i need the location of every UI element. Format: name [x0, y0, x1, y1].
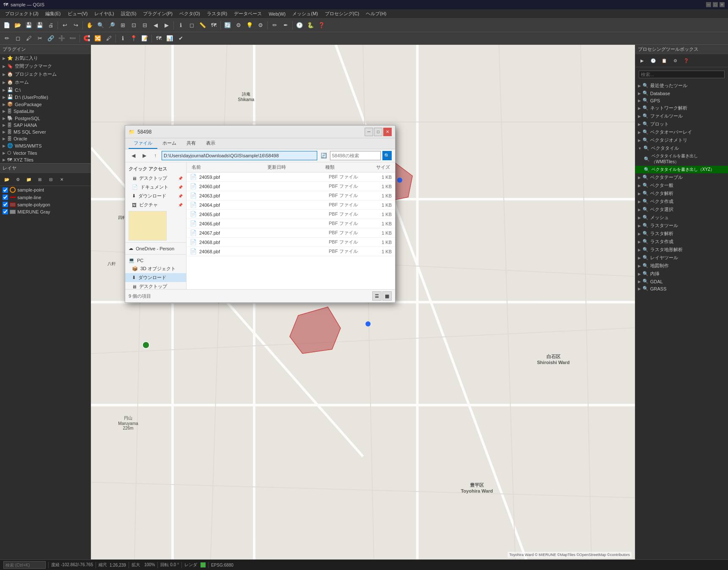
processing-tool-raster-analysis[interactable]: ▶ 🔍 ラスタ解析 — [635, 230, 728, 238]
fd-col-name[interactable]: 名前 — [190, 163, 266, 171]
fd-file-row-1[interactable]: 📄 24060.pbf PBF ファイル 1 KB — [187, 182, 395, 191]
menu-web[interactable]: Web(W) — [265, 11, 289, 17]
fd-sidebar-documents[interactable]: 📄 ドキュメント 📌 — [125, 183, 186, 192]
fd-col-date[interactable]: 更新日時 — [266, 163, 323, 171]
time-button[interactable]: 🕐 — [294, 20, 305, 30]
processing-tool-vector-create[interactable]: ▶ 🔍 ベクタ作成 — [635, 197, 728, 206]
processing-tool-grass[interactable]: ▶ 🔍 GRASS — [635, 285, 728, 292]
fd-list-view-button[interactable]: ☰ — [372, 291, 382, 301]
browser-item-c-drive[interactable]: ▶ 💾 C:\ — [0, 86, 91, 93]
close-button[interactable]: ✕ — [720, 2, 725, 7]
fd-file-row-7[interactable]: 📄 24068.pbf PBF ファイル 1 KB — [187, 238, 395, 247]
layer-expand-btn[interactable]: ⊞ — [35, 174, 45, 184]
open-project-button[interactable]: 📂 — [13, 20, 23, 30]
identify-button[interactable]: ℹ — [176, 20, 186, 30]
digitize-button[interactable]: ✏ — [269, 20, 280, 30]
processing-tool-vector-table[interactable]: ▶ 🔍 ベクタテーブル — [635, 173, 728, 181]
fd-tab-home[interactable]: ホーム — [157, 138, 181, 149]
layer-item-polygon[interactable]: sample-polygon — [0, 201, 91, 208]
processing-tool-database[interactable]: ▶ 🔍 Database — [635, 90, 728, 97]
browser-item-bookmarks[interactable]: ▶ 🔖 空間ブックマーク — [0, 62, 91, 70]
atlas-button[interactable]: 🗺 — [209, 20, 219, 30]
menu-view[interactable]: ビュー(V) — [64, 10, 91, 18]
processing-tool-interpolation[interactable]: ▶ 🔍 内挿 — [635, 270, 728, 278]
fd-path-input[interactable] — [162, 151, 317, 160]
edit-toolbar-btn7[interactable]: ➖ — [68, 33, 78, 44]
browser-item-postgresql[interactable]: ▶ 🐘 PostgreSQL — [0, 115, 91, 122]
titlebar-controls[interactable]: ─ □ ✕ — [706, 2, 725, 7]
check-btn[interactable]: ✔ — [176, 33, 186, 44]
fd-file-row-4[interactable]: 📄 24065.pbf PBF ファイル 1 KB — [187, 210, 395, 219]
fd-sidebar-downloads-pc[interactable]: ⬇ ダウンロード — [125, 273, 186, 282]
fd-file-row-5[interactable]: 📄 24066.pbf PBF ファイル 1 KB — [187, 219, 395, 228]
layer-group-btn[interactable]: 📁 — [24, 174, 34, 184]
fd-refresh-button[interactable]: 🔄 — [319, 151, 328, 160]
refresh-button[interactable]: 🔄 — [223, 20, 233, 30]
processing-tool-filetools[interactable]: ▶ 🔍 ファイルツール — [635, 112, 728, 120]
fd-tab-share[interactable]: 共有 — [181, 138, 201, 149]
menu-database[interactable]: データベース — [231, 10, 265, 18]
new-project-button[interactable]: 📄 — [2, 20, 12, 30]
fd-close-button[interactable]: ✕ — [383, 128, 392, 136]
processing-tool-raster-terrain[interactable]: ▶ 🔍 ラスタ地形解析 — [635, 246, 728, 254]
browser-item-geopackage[interactable]: ▶ 📦 GeoPackage — [0, 101, 91, 108]
menu-project[interactable]: プロジェクト(J) — [2, 10, 42, 18]
maximize-button[interactable]: □ — [713, 2, 718, 7]
fd-sidebar-onedrive[interactable]: ☁ OneDrive - Person — [125, 244, 186, 252]
processing-tool-network[interactable]: ▶ 🔍 ネットワーク解析 — [635, 104, 728, 112]
menu-processing[interactable]: プロセシング(C) — [321, 10, 363, 18]
fd-back-button[interactable]: ◀ — [129, 151, 138, 160]
pan-map-button[interactable]: ✋ — [85, 20, 95, 30]
help-button[interactable]: ❓ — [316, 20, 327, 30]
processing-help-btn[interactable]: ❓ — [681, 55, 691, 66]
menu-edit[interactable]: 編集(E) — [42, 10, 64, 18]
tip-button[interactable]: 💡 — [244, 20, 255, 30]
zoom-next-button[interactable]: ▶ — [162, 20, 172, 30]
processing-search-input[interactable] — [639, 71, 725, 78]
fd-search-input[interactable] — [330, 151, 381, 160]
fd-col-type[interactable]: 種類 — [324, 163, 363, 171]
advanced-digitize-button[interactable]: ✒ — [280, 20, 291, 30]
browser-item-spatialite[interactable]: ▶ 🗄 SpatiaLite — [0, 108, 91, 115]
menu-layer[interactable]: レイヤ(L) — [91, 10, 117, 18]
processing-history-btn[interactable]: 🕐 — [648, 55, 658, 66]
fd-forward-button[interactable]: ▶ — [140, 151, 149, 160]
layer-visible-checkbox-point[interactable] — [3, 187, 8, 193]
browser-item-vector-tiles[interactable]: ▶ ⬡ Vector Tiles — [0, 149, 91, 156]
undo-button[interactable]: ↩ — [60, 20, 70, 30]
edit-toolbar-btn1[interactable]: ✏ — [2, 33, 12, 44]
zoom-selection-button[interactable]: ⊟ — [140, 20, 150, 30]
browser-item-project-home[interactable]: ▶ 🏠 プロジェクトホーム — [0, 70, 91, 78]
zoom-layer-button[interactable]: ⊡ — [129, 20, 139, 30]
fd-file-row-0[interactable]: 📄 24059.pbf PBF ファイル 1 KB — [187, 173, 395, 182]
3d-btn[interactable]: 🗺 — [154, 33, 164, 44]
select-button[interactable]: ◻ — [187, 20, 197, 30]
processing-model-btn[interactable]: 📋 — [659, 55, 669, 66]
fd-sidebar-downloads[interactable]: ⬇ ダウンロード 📌 — [125, 192, 186, 200]
browser-item-wms[interactable]: ▶ 🌐 WMS/WMTS — [0, 142, 91, 149]
filter-button[interactable]: ⚙ — [234, 20, 244, 30]
annotate-btn[interactable]: 📝 — [140, 33, 150, 44]
minimize-button[interactable]: ─ — [706, 2, 711, 7]
map-area[interactable]: 北区 Kita Ward 白石区 Shiroishi Ward 豊平区 Toyo… — [91, 45, 635, 559]
fd-file-row-6[interactable]: 📄 24067.pbf PBF ファイル 1 KB — [187, 228, 395, 238]
zoom-full-button[interactable]: ⊞ — [118, 20, 128, 30]
processing-tool-gdal[interactable]: ▶ 🔍 GDAL — [635, 278, 728, 285]
layer-open-btn[interactable]: 📂 — [2, 174, 12, 184]
processing-tool-vector-select[interactable]: ▶ 🔍 ベクタ選択 — [635, 206, 728, 214]
python-button[interactable]: 🐍 — [305, 20, 316, 30]
processing-tool-cartography[interactable]: ▶ 🔍 地図制作 — [635, 262, 728, 270]
edit-toolbar-btn5[interactable]: 🔗 — [46, 33, 56, 44]
layer-visible-checkbox-polygon[interactable] — [3, 202, 8, 207]
menu-vector[interactable]: ベクタ(O) — [176, 10, 203, 18]
browser-item-d-drive[interactable]: ▶ 💾 D:\ (UserProfile) — [0, 93, 91, 101]
digitize-btn2[interactable]: 🖊 — [104, 33, 114, 44]
processing-settings-btn[interactable]: ⚙ — [670, 55, 680, 66]
layer-collapse-btn[interactable]: ⊟ — [46, 174, 56, 184]
fd-file-row-2[interactable]: 📄 24063.pbf PBF ファイル 1 KB — [187, 191, 395, 200]
edit-toolbar-btn2[interactable]: ◻ — [13, 33, 23, 44]
browser-item-mssql[interactable]: ▶ 🗄 MS SQL Server — [0, 129, 91, 135]
layer-visible-checkbox-line[interactable] — [3, 195, 8, 200]
browser-item-oracle[interactable]: ▶ 🗄 Oracle — [0, 135, 91, 142]
browser-item-sap-hana[interactable]: ▶ 🗄 SAP HANA — [0, 122, 91, 129]
